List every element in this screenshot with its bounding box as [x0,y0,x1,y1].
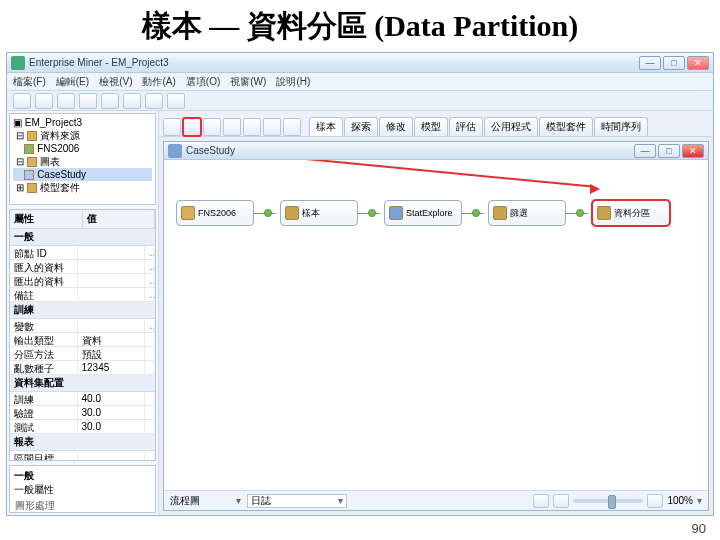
diagram-window: CaseStudy — □ ✕ FNS2006 樣本 [163,141,709,511]
tree-item[interactable]: ⊟ 資料來源 [13,129,152,142]
tab-modify[interactable]: 修改 [379,117,413,136]
toolbar-button[interactable] [13,93,31,109]
toolbar [7,91,713,111]
datasource-icon [181,206,195,220]
palette-icon-data-partition[interactable] [183,118,201,136]
prop-row[interactable]: 匯出的資料… [10,274,155,288]
right-panel: 樣本 探索 修改 模型 評估 公用程式 模型套件 時間序列 CaseStudy … [159,111,713,515]
tab-assess[interactable]: 評估 [449,117,483,136]
menu-action[interactable]: 動作(A) [142,75,175,89]
chevron-down-icon[interactable]: ▾ [697,495,702,506]
prop-group-general: 一般 [10,229,155,246]
diagram-minimize[interactable]: — [634,144,656,158]
node-datasource[interactable]: FNS2006 [176,200,254,226]
prop-row[interactable]: 節點 ID… [10,246,155,260]
toolbar-button[interactable] [57,93,75,109]
properties-panel: 屬性 值 一般 節點 ID… 匯入的資料… 匯出的資料… 備註… 訓練 變數… … [9,209,156,461]
page-number: 90 [692,521,706,536]
app-window: Enterprise Miner - EM_Project3 — □ ✕ 檔案(… [6,52,714,516]
diagram-statusbar: 流程圖 ▾ 日誌▾ 100% ▾ [164,490,708,510]
tree-item[interactable]: ⊟ 圖表 [13,155,152,168]
diagram-close[interactable]: ✕ [682,144,704,158]
prop-row[interactable]: 亂數種子12345 [10,361,155,375]
close-button[interactable]: ✕ [687,56,709,70]
toolbar-button[interactable] [35,93,53,109]
palette-tabs: 樣本 探索 修改 模型 評估 公用程式 模型套件 時間序列 [309,117,648,136]
palette-icon[interactable] [163,118,181,136]
prop-group-train: 訓練 [10,302,155,319]
prop-row[interactable]: 區間目標 [10,451,155,461]
menu-file[interactable]: 檔案(F) [13,75,46,89]
toolbar-button[interactable] [101,93,119,109]
zoom-in-button[interactable] [647,494,663,508]
tab-package[interactable]: 模型套件 [539,117,593,136]
desc-title: 一般 [14,469,151,483]
menu-view[interactable]: 檢視(V) [99,75,132,89]
zoom-label: 100% [667,495,693,506]
tree-item-selected[interactable]: CaseStudy [13,168,152,181]
menubar: 檔案(F) 編輯(E) 檢視(V) 動作(A) 選項(O) 視窗(W) 說明(H… [7,73,713,91]
connector-dot [472,209,480,217]
diagram-icon [168,144,182,158]
prop-group-report: 報表 [10,434,155,451]
titlebar: Enterprise Miner - EM_Project3 — □ ✕ [7,53,713,73]
menu-edit[interactable]: 編輯(E) [56,75,89,89]
menu-window[interactable]: 視窗(W) [230,75,266,89]
tree-root[interactable]: ▣ EM_Project3 [13,116,152,129]
prop-row[interactable]: 測試30.0 [10,420,155,434]
tab-explore[interactable]: 探索 [344,117,378,136]
prop-header-value: 值 [83,210,156,228]
maximize-button[interactable]: □ [663,56,685,70]
prop-group-alloc: 資料集配置 [10,375,155,392]
node-statexplore[interactable]: StatExplore [384,200,462,226]
statusbar-select[interactable]: 日誌▾ [247,494,347,508]
menu-options[interactable]: 選項(O) [186,75,220,89]
run-icon[interactable] [533,494,549,508]
toolbar-button[interactable] [123,93,141,109]
palette-icon[interactable] [223,118,241,136]
palette-bar: 樣本 探索 修改 模型 評估 公用程式 模型套件 時間序列 [159,111,713,137]
annotation-arrowhead [590,184,600,194]
tree-item[interactable]: FNS2006 [13,142,152,155]
zoom-slider[interactable] [573,499,643,503]
desc-body: 一般屬性 [14,483,151,497]
connector-dot [368,209,376,217]
prop-row[interactable]: 分區方法預設 [10,347,155,361]
connector-dot [576,209,584,217]
node-filter[interactable]: 篩選 [488,200,566,226]
diagram-canvas[interactable]: FNS2006 樣本 StatExplore 篩選 資料分區 [164,160,708,490]
tab-model[interactable]: 模型 [414,117,448,136]
prop-header-name: 屬性 [10,210,83,228]
tab-timeseries[interactable]: 時間序列 [594,117,648,136]
palette-icon[interactable] [243,118,261,136]
statexplore-icon [389,206,403,220]
prop-row[interactable]: 變數… [10,319,155,333]
prop-row[interactable]: 訓練40.0 [10,392,155,406]
project-tree[interactable]: ▣ EM_Project3 ⊟ 資料來源 FNS2006 ⊟ 圖表 CaseSt… [9,113,156,205]
prop-row[interactable]: 匯入的資料… [10,260,155,274]
window-title: Enterprise Miner - EM_Project3 [29,57,639,68]
prop-row[interactable]: 備註… [10,288,155,302]
toolbar-button[interactable] [167,93,185,109]
node-data-partition[interactable]: 資料分區 [592,200,670,226]
toolbar-button[interactable] [145,93,163,109]
node-sample[interactable]: 樣本 [280,200,358,226]
diagram-title: CaseStudy [186,145,634,156]
sample-icon [285,206,299,220]
tab-utility[interactable]: 公用程式 [484,117,538,136]
minimize-button[interactable]: — [639,56,661,70]
toolbar-button[interactable] [79,93,97,109]
tab-sample[interactable]: 樣本 [309,117,343,136]
palette-icon[interactable] [263,118,281,136]
prop-row[interactable]: 驗證30.0 [10,406,155,420]
zoom-out-button[interactable] [553,494,569,508]
window-status-label: 圖形處理 [15,499,55,513]
menu-help[interactable]: 說明(H) [276,75,310,89]
tree-item[interactable]: ⊞ 模型套件 [13,181,152,194]
filter-icon [493,206,507,220]
palette-icon[interactable] [203,118,221,136]
connector-dot [264,209,272,217]
prop-row[interactable]: 輸出類型資料 [10,333,155,347]
palette-icon[interactable] [283,118,301,136]
diagram-maximize[interactable]: □ [658,144,680,158]
